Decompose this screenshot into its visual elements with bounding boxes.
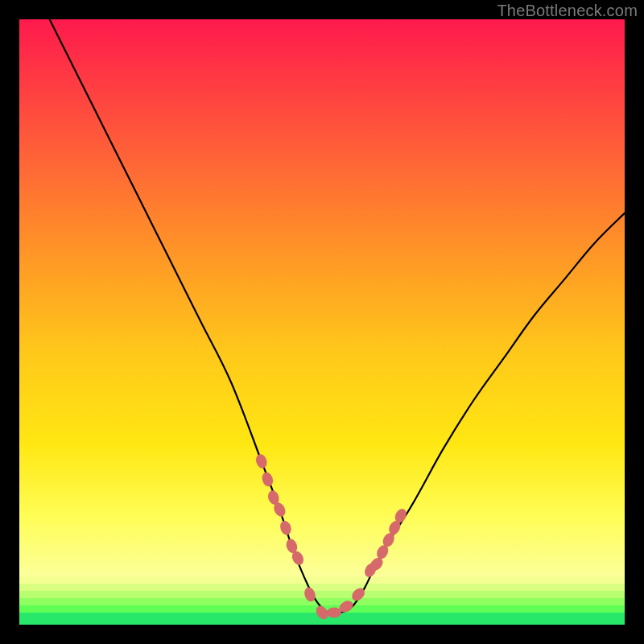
chart-svg xyxy=(19,19,625,625)
chart-frame: TheBottleneck.com xyxy=(0,0,644,644)
marker-dots xyxy=(254,452,409,621)
marker-dot xyxy=(260,471,275,488)
marker-dot xyxy=(279,519,293,536)
plot-area xyxy=(19,19,625,625)
marker-dot xyxy=(254,452,269,469)
watermark-text: TheBottleneck.com xyxy=(497,2,638,20)
marker-dot xyxy=(327,607,341,617)
bottleneck-curve xyxy=(50,19,625,614)
